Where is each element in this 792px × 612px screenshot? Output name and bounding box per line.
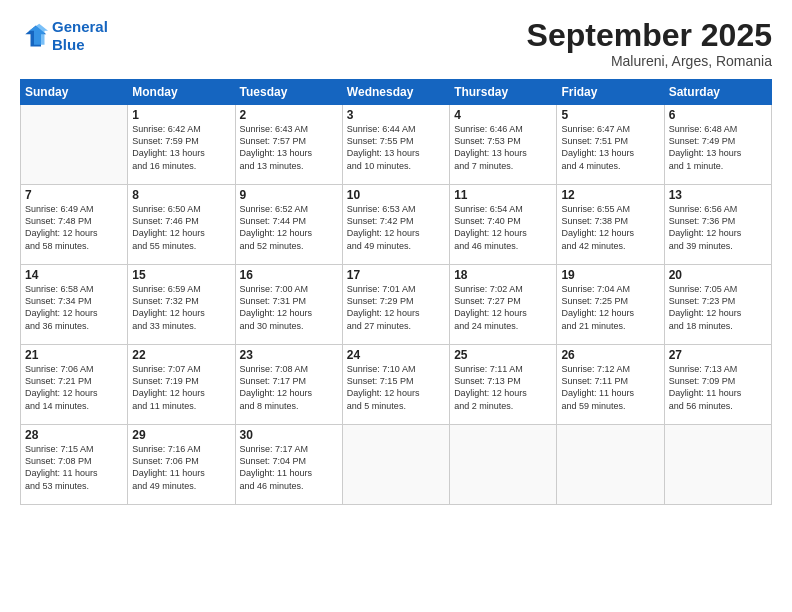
day-info: Sunrise: 7:16 AM Sunset: 7:06 PM Dayligh… <box>132 443 230 492</box>
day-info: Sunrise: 6:54 AM Sunset: 7:40 PM Dayligh… <box>454 203 552 252</box>
calendar-cell: 5Sunrise: 6:47 AM Sunset: 7:51 PM Daylig… <box>557 105 664 185</box>
calendar-cell: 13Sunrise: 6:56 AM Sunset: 7:36 PM Dayli… <box>664 185 771 265</box>
day-info: Sunrise: 6:44 AM Sunset: 7:55 PM Dayligh… <box>347 123 445 172</box>
calendar-cell <box>450 425 557 505</box>
day-number: 21 <box>25 348 123 362</box>
day-info: Sunrise: 6:49 AM Sunset: 7:48 PM Dayligh… <box>25 203 123 252</box>
day-info: Sunrise: 7:13 AM Sunset: 7:09 PM Dayligh… <box>669 363 767 412</box>
logo-general: General <box>52 18 108 35</box>
title-block: September 2025 Malureni, Arges, Romania <box>527 18 772 69</box>
day-info: Sunrise: 7:12 AM Sunset: 7:11 PM Dayligh… <box>561 363 659 412</box>
day-number: 1 <box>132 108 230 122</box>
day-info: Sunrise: 6:50 AM Sunset: 7:46 PM Dayligh… <box>132 203 230 252</box>
day-number: 24 <box>347 348 445 362</box>
calendar-cell: 7Sunrise: 6:49 AM Sunset: 7:48 PM Daylig… <box>21 185 128 265</box>
calendar-cell: 16Sunrise: 7:00 AM Sunset: 7:31 PM Dayli… <box>235 265 342 345</box>
calendar-day-header: Friday <box>557 80 664 105</box>
day-number: 7 <box>25 188 123 202</box>
header: General Blue September 2025 Malureni, Ar… <box>20 18 772 69</box>
day-info: Sunrise: 6:46 AM Sunset: 7:53 PM Dayligh… <box>454 123 552 172</box>
calendar-week-row: 21Sunrise: 7:06 AM Sunset: 7:21 PM Dayli… <box>21 345 772 425</box>
day-info: Sunrise: 6:56 AM Sunset: 7:36 PM Dayligh… <box>669 203 767 252</box>
day-info: Sunrise: 7:04 AM Sunset: 7:25 PM Dayligh… <box>561 283 659 332</box>
day-number: 3 <box>347 108 445 122</box>
day-info: Sunrise: 7:05 AM Sunset: 7:23 PM Dayligh… <box>669 283 767 332</box>
calendar-cell <box>342 425 449 505</box>
calendar-week-row: 1Sunrise: 6:42 AM Sunset: 7:59 PM Daylig… <box>21 105 772 185</box>
day-number: 30 <box>240 428 338 442</box>
day-number: 19 <box>561 268 659 282</box>
day-info: Sunrise: 7:08 AM Sunset: 7:17 PM Dayligh… <box>240 363 338 412</box>
day-info: Sunrise: 7:02 AM Sunset: 7:27 PM Dayligh… <box>454 283 552 332</box>
calendar-day-header: Sunday <box>21 80 128 105</box>
calendar-cell: 1Sunrise: 6:42 AM Sunset: 7:59 PM Daylig… <box>128 105 235 185</box>
day-number: 26 <box>561 348 659 362</box>
calendar-cell <box>557 425 664 505</box>
day-number: 9 <box>240 188 338 202</box>
day-info: Sunrise: 7:10 AM Sunset: 7:15 PM Dayligh… <box>347 363 445 412</box>
day-info: Sunrise: 7:01 AM Sunset: 7:29 PM Dayligh… <box>347 283 445 332</box>
calendar-day-header: Saturday <box>664 80 771 105</box>
day-number: 2 <box>240 108 338 122</box>
calendar-week-row: 28Sunrise: 7:15 AM Sunset: 7:08 PM Dayli… <box>21 425 772 505</box>
calendar-cell: 8Sunrise: 6:50 AM Sunset: 7:46 PM Daylig… <box>128 185 235 265</box>
calendar-cell: 23Sunrise: 7:08 AM Sunset: 7:17 PM Dayli… <box>235 345 342 425</box>
logo: General Blue <box>20 18 108 54</box>
day-info: Sunrise: 6:42 AM Sunset: 7:59 PM Dayligh… <box>132 123 230 172</box>
day-number: 16 <box>240 268 338 282</box>
logo-icon <box>20 22 48 50</box>
month-title: September 2025 <box>527 18 772 53</box>
calendar-cell: 17Sunrise: 7:01 AM Sunset: 7:29 PM Dayli… <box>342 265 449 345</box>
calendar-cell: 26Sunrise: 7:12 AM Sunset: 7:11 PM Dayli… <box>557 345 664 425</box>
logo-blue: Blue <box>52 36 85 53</box>
day-number: 8 <box>132 188 230 202</box>
calendar-cell <box>21 105 128 185</box>
day-info: Sunrise: 6:53 AM Sunset: 7:42 PM Dayligh… <box>347 203 445 252</box>
calendar-cell: 28Sunrise: 7:15 AM Sunset: 7:08 PM Dayli… <box>21 425 128 505</box>
calendar-cell: 18Sunrise: 7:02 AM Sunset: 7:27 PM Dayli… <box>450 265 557 345</box>
calendar-day-header: Wednesday <box>342 80 449 105</box>
day-number: 15 <box>132 268 230 282</box>
calendar-cell: 10Sunrise: 6:53 AM Sunset: 7:42 PM Dayli… <box>342 185 449 265</box>
day-info: Sunrise: 6:43 AM Sunset: 7:57 PM Dayligh… <box>240 123 338 172</box>
day-info: Sunrise: 7:00 AM Sunset: 7:31 PM Dayligh… <box>240 283 338 332</box>
day-info: Sunrise: 6:55 AM Sunset: 7:38 PM Dayligh… <box>561 203 659 252</box>
day-info: Sunrise: 7:11 AM Sunset: 7:13 PM Dayligh… <box>454 363 552 412</box>
day-number: 22 <box>132 348 230 362</box>
day-info: Sunrise: 6:52 AM Sunset: 7:44 PM Dayligh… <box>240 203 338 252</box>
calendar-cell: 15Sunrise: 6:59 AM Sunset: 7:32 PM Dayli… <box>128 265 235 345</box>
calendar-header-row: SundayMondayTuesdayWednesdayThursdayFrid… <box>21 80 772 105</box>
day-info: Sunrise: 7:15 AM Sunset: 7:08 PM Dayligh… <box>25 443 123 492</box>
day-info: Sunrise: 6:47 AM Sunset: 7:51 PM Dayligh… <box>561 123 659 172</box>
day-number: 14 <box>25 268 123 282</box>
calendar-cell: 30Sunrise: 7:17 AM Sunset: 7:04 PM Dayli… <box>235 425 342 505</box>
day-number: 6 <box>669 108 767 122</box>
calendar-week-row: 14Sunrise: 6:58 AM Sunset: 7:34 PM Dayli… <box>21 265 772 345</box>
day-number: 27 <box>669 348 767 362</box>
day-number: 5 <box>561 108 659 122</box>
day-number: 13 <box>669 188 767 202</box>
day-number: 23 <box>240 348 338 362</box>
calendar-cell: 14Sunrise: 6:58 AM Sunset: 7:34 PM Dayli… <box>21 265 128 345</box>
calendar-day-header: Monday <box>128 80 235 105</box>
calendar-cell: 20Sunrise: 7:05 AM Sunset: 7:23 PM Dayli… <box>664 265 771 345</box>
calendar-cell: 6Sunrise: 6:48 AM Sunset: 7:49 PM Daylig… <box>664 105 771 185</box>
calendar-cell: 9Sunrise: 6:52 AM Sunset: 7:44 PM Daylig… <box>235 185 342 265</box>
day-number: 17 <box>347 268 445 282</box>
day-number: 12 <box>561 188 659 202</box>
page: General Blue September 2025 Malureni, Ar… <box>0 0 792 612</box>
day-number: 25 <box>454 348 552 362</box>
calendar-cell: 2Sunrise: 6:43 AM Sunset: 7:57 PM Daylig… <box>235 105 342 185</box>
calendar-cell: 19Sunrise: 7:04 AM Sunset: 7:25 PM Dayli… <box>557 265 664 345</box>
calendar-cell: 11Sunrise: 6:54 AM Sunset: 7:40 PM Dayli… <box>450 185 557 265</box>
calendar-day-header: Thursday <box>450 80 557 105</box>
calendar-cell <box>664 425 771 505</box>
calendar-cell: 12Sunrise: 6:55 AM Sunset: 7:38 PM Dayli… <box>557 185 664 265</box>
day-number: 11 <box>454 188 552 202</box>
day-number: 18 <box>454 268 552 282</box>
calendar-cell: 22Sunrise: 7:07 AM Sunset: 7:19 PM Dayli… <box>128 345 235 425</box>
calendar-cell: 27Sunrise: 7:13 AM Sunset: 7:09 PM Dayli… <box>664 345 771 425</box>
day-number: 20 <box>669 268 767 282</box>
calendar-day-header: Tuesday <box>235 80 342 105</box>
day-number: 4 <box>454 108 552 122</box>
